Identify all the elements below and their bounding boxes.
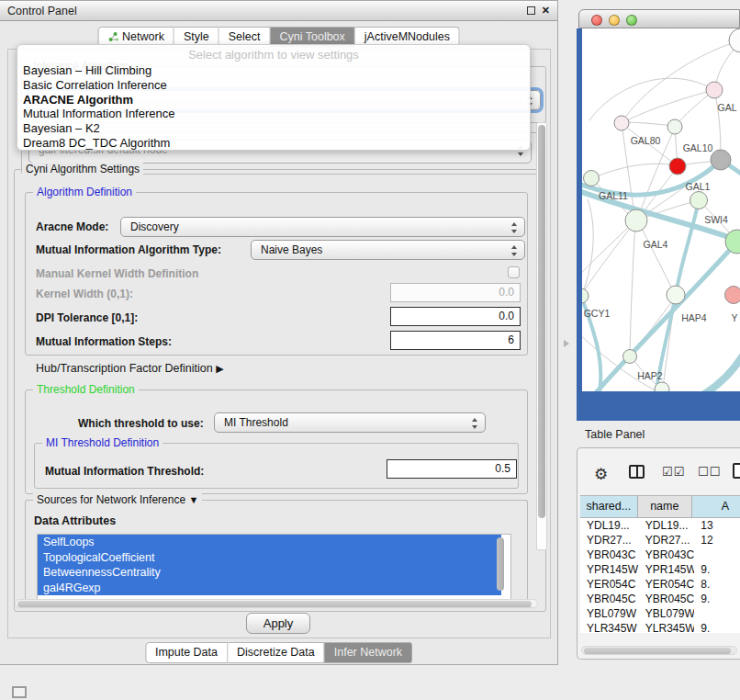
column-header[interactable]: A	[692, 496, 740, 517]
network-node[interactable]	[623, 350, 637, 364]
kernel-width-field[interactable]: 0.0	[390, 283, 521, 302]
table-row[interactable]: YPR145WYPR145W9.	[580, 562, 740, 577]
network-node[interactable]	[690, 192, 708, 209]
network-node[interactable]	[584, 171, 600, 186]
aracne-mode-label: Aracne Mode:	[36, 220, 108, 233]
algorithm-option[interactable]: ARACNE Algorithm	[23, 93, 524, 107]
deselect-all-checkboxes-icon[interactable]: ☐☐	[698, 465, 721, 479]
aracne-mode-combobox[interactable]: Discovery	[120, 217, 525, 237]
network-edge[interactable]	[593, 243, 736, 391]
table-row[interactable]: YDR27...YDR27...12	[580, 533, 740, 548]
network-node[interactable]	[706, 82, 723, 98]
table-row[interactable]: YBL079WYBL079W	[580, 606, 740, 621]
tab-infer-network[interactable]: Infer Network	[325, 642, 412, 663]
sources-title[interactable]: Sources for Network Inference ▼	[33, 493, 202, 506]
tab-discretize-data[interactable]: Discretize Data	[228, 642, 325, 663]
network-node[interactable]	[667, 286, 685, 304]
float-window-icon[interactable]	[527, 6, 535, 15]
table-row[interactable]: YDL19...YDL19...13	[580, 518, 740, 533]
apply-button[interactable]: Apply	[246, 613, 310, 634]
table-horizontal-scrollbar[interactable]	[581, 646, 737, 655]
close-icon[interactable]: ✕	[542, 5, 550, 17]
network-edge[interactable]	[714, 90, 721, 159]
document-icon[interactable]	[733, 463, 740, 479]
node-label: GAL80	[631, 135, 661, 146]
mi-threshold-definition-title: MI Threshold Definition	[42, 436, 163, 449]
algorithm-option[interactable]: Dream8 DC_TDC Algorithm	[23, 136, 524, 151]
tab-label: Style	[184, 30, 209, 43]
network-canvas[interactable]: GALGAL80GAL10GAL1GAL11SWI4GAL4GCY1HAP4YH…	[582, 28, 740, 391]
node-table[interactable]: shared...nameAYDL19...YDL19...13YDR27...…	[580, 495, 740, 633]
attribute-list-scrollbar[interactable]	[496, 536, 507, 602]
network-graph[interactable]: GALGAL80GAL10GAL1GAL11SWI4GAL4GCY1HAP4YH…	[582, 28, 740, 391]
settings-vertical-scrollbar[interactable]	[536, 122, 547, 550]
network-edge[interactable]	[676, 201, 699, 295]
dpi-tolerance-field[interactable]: 0.0	[390, 307, 521, 326]
data-attribute-item[interactable]: gal4RGexp	[38, 581, 501, 596]
columns-icon[interactable]	[629, 465, 645, 479]
mac-minimize-button[interactable]	[609, 15, 620, 26]
table-cell: 13	[694, 518, 740, 533]
network-edge[interactable]	[690, 348, 740, 391]
which-threshold-combobox[interactable]: MI Threshold	[214, 412, 486, 433]
table-row[interactable]: YBR043CYBR043C	[580, 548, 740, 562]
network-view-frame: GALGAL80GAL10GAL1GAL11SWI4GAL4GCY1HAP4YH…	[577, 28, 740, 421]
mi-threshold-field[interactable]: 0.5	[387, 459, 517, 479]
select-all-checkboxes-icon[interactable]: ☑☑	[662, 465, 685, 479]
table-row[interactable]: YER054CYER054C8.	[580, 577, 740, 592]
hub-definition-label: Hub/Transcription Factor Definition	[36, 362, 213, 375]
data-attribute-item[interactable]: BetweennessCentrality	[38, 565, 501, 581]
data-attribute-item[interactable]: TopologicalCoefficient	[38, 550, 501, 566]
network-window-titlebar[interactable]	[578, 9, 740, 28]
algorithm-option[interactable]: Mutual Information Inference	[23, 107, 524, 121]
control-panel-titlebar[interactable]: Control Panel ✕	[0, 1, 557, 21]
network-node[interactable]	[711, 150, 731, 170]
algorithm-option[interactable]: Bayesian – Hill Climbing	[23, 63, 524, 78]
network-node[interactable]	[667, 119, 682, 134]
splitter-handle[interactable]	[564, 340, 569, 347]
mi-algorithm-type-combobox[interactable]: Naive Bayes	[251, 240, 525, 260]
mac-close-button[interactable]	[591, 15, 602, 26]
network-node[interactable]	[582, 288, 589, 303]
table-cell: YBR045C	[639, 592, 695, 606]
table-cell: YBR043C	[580, 548, 639, 562]
network-node[interactable]	[669, 158, 686, 175]
network-edge[interactable]	[592, 164, 676, 178]
node-label: GCY1	[584, 308, 611, 319]
table-cell: YPR145W	[580, 562, 639, 577]
network-icon	[107, 31, 118, 42]
cyni-algorithm-settings-title: Cyni Algorithm Settings	[22, 163, 143, 175]
network-edge[interactable]	[630, 222, 635, 355]
algorithm-option[interactable]: Basic Correlation Inference	[23, 78, 524, 93]
data-attributes-label: Data Attributes	[34, 514, 116, 527]
network-edge[interactable]	[589, 78, 714, 120]
algorithm-option[interactable]: Bayesian – K2	[23, 121, 524, 136]
tab-impute-data[interactable]: Impute Data	[145, 642, 228, 663]
mi-steps-field[interactable]: 6	[390, 331, 521, 350]
network-node[interactable]	[614, 116, 629, 130]
data-attribute-item[interactable]: SelfLoops	[38, 535, 501, 550]
tab-label: Cyni Toolbox	[279, 30, 344, 43]
data-attributes-list[interactable]: SelfLoopsTopologicalCoefficientBetweenne…	[37, 534, 511, 604]
hub-definition-expander[interactable]: Hub/Transcription Factor Definition ▶	[36, 362, 224, 375]
column-header[interactable]: name	[638, 496, 692, 517]
network-node[interactable]	[729, 28, 740, 52]
network-edge[interactable]	[638, 221, 674, 293]
manual-kernel-width-checkbox[interactable]	[508, 266, 520, 278]
docked-panel-icon[interactable]	[12, 686, 27, 698]
network-edge[interactable]	[623, 90, 714, 122]
column-header[interactable]: shared...	[580, 496, 638, 517]
network-view-window: GALGAL80GAL10GAL1GAL11SWI4GAL4GCY1HAP4YH…	[577, 9, 740, 421]
network-node[interactable]	[725, 287, 740, 304]
gear-icon[interactable]: ⚙	[594, 465, 608, 484]
settings-horizontal-scrollbar[interactable]	[15, 599, 538, 608]
mac-zoom-button[interactable]	[626, 15, 637, 26]
algorithm-dropdown-list: Select algorithm to view settings Bayesi…	[17, 44, 531, 151]
network-node[interactable]	[625, 209, 647, 231]
collapsed-arrow-icon: ▶	[216, 363, 223, 374]
table-row[interactable]: YBR045CYBR045C9.	[580, 592, 740, 606]
network-edge[interactable]	[622, 122, 674, 126]
table-row[interactable]: YLR345WYLR345W9.	[580, 621, 740, 633]
threshold-definition-title: Threshold Definition	[33, 383, 139, 396]
network-edge[interactable]	[582, 221, 635, 294]
